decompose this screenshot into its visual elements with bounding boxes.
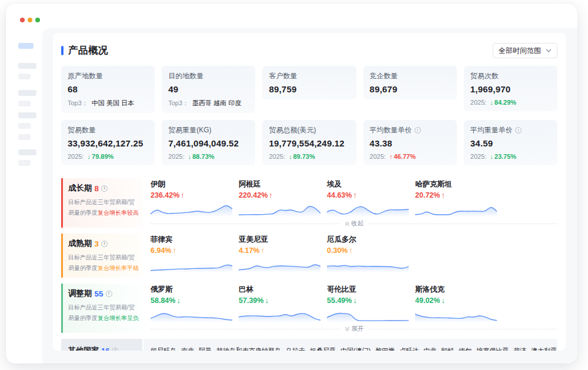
sidebar-item[interactable] <box>18 74 31 79</box>
expand-toggle[interactable]: 展开 <box>340 325 369 333</box>
country-trend: 20.72%↑ <box>415 191 445 199</box>
sidebar-item[interactable] <box>18 134 31 140</box>
stat-card-trade-weight: 贸易重量(KG) 7,461,094,049.52 2025:↓88.73% <box>162 120 255 165</box>
country-block: 哈萨克斯坦 20.72%↑ <box>415 179 497 217</box>
section-label: 成熟期 3 i 目标产品近三年贸易额/贸易量的季度复合增长率平稳 <box>61 234 142 278</box>
sidebar-item[interactable] <box>18 160 31 166</box>
top3-value: 中国 美国 日本 <box>92 99 134 108</box>
sidebar-item[interactable] <box>18 149 36 155</box>
country-name: 亚美尼亚 <box>239 235 321 245</box>
window-controls <box>20 18 40 22</box>
section-count: 8 <box>95 184 99 193</box>
trend-arrow-icon: ↑ <box>389 153 393 160</box>
country-tag: 黎巴嫩 <box>375 346 395 351</box>
info-icon[interactable]: i <box>101 185 108 192</box>
trend-value: 55.49% <box>327 296 352 305</box>
trend-badge: ↓88.73% <box>188 153 215 160</box>
sparkline-chart <box>415 307 497 322</box>
stat-label: 平均数量单价 <box>370 125 412 135</box>
year-label: 2025: <box>68 153 84 160</box>
toggle-label: 展开 <box>352 325 364 333</box>
country-tag: 埃塞俄比亚 <box>476 346 509 351</box>
country-name: 阿根廷 <box>239 179 321 189</box>
card-header: 产品概况 全部时间范围 <box>61 42 557 59</box>
section-name: 调整期 <box>68 288 92 299</box>
info-icon[interactable]: i <box>415 127 421 134</box>
trend-arrow-icon: ↑ <box>269 191 272 199</box>
stat-card-competitor-count: 竞企数量 89,679 <box>363 66 457 99</box>
trend-badge: ↓79.89% <box>88 153 114 160</box>
trend-value: 0.30% <box>327 246 348 255</box>
country-name: 伊朗 <box>151 179 233 189</box>
sparkline-chart <box>151 202 232 217</box>
trend-arrow-icon: ↓ <box>176 296 180 305</box>
trend-arrow-icon: ↑ <box>441 191 445 199</box>
section-content: 俄罗斯 58.84%↓ 巴林 57.39%↓ 哥伦比亚 <box>142 284 557 333</box>
trend-arrow-icon: ↓ <box>441 296 445 305</box>
trend-arrow-icon: ↓ <box>490 99 493 106</box>
info-icon[interactable]: i <box>106 291 112 297</box>
year-label: 2025: <box>470 153 487 160</box>
section-growth: 成长期 8 i 目标产品近三年贸易额/贸易量的季度复合增长率较高 伊朗 236.… <box>61 178 557 228</box>
sidebar-item[interactable] <box>18 101 31 106</box>
section-adjust: 调整期 55 i 目标产品近三年贸易额/贸易量的季度复合增长率呈负 俄罗斯 58… <box>61 284 557 333</box>
trend-value: 220.42% <box>239 191 268 199</box>
time-range-select[interactable]: 全部时间范围 <box>493 43 557 58</box>
trend-value: 46.77% <box>394 153 416 160</box>
stat-value: 7,461,094,049.52 <box>168 138 249 148</box>
other-countries-list: 留尼旺岛 南非 阿曼 赫德岛和麦克唐纳群岛 乌拉圭 坦桑尼亚 中国(澳门) 黎巴… <box>143 339 557 351</box>
sparkline-chart <box>151 307 232 322</box>
section-count: 16 <box>101 346 109 351</box>
stat-card-trade-amount: 贸易总额(美元) 19,779,554,249.12 2025:↓89.73% <box>262 120 356 165</box>
minimize-button[interactable] <box>28 18 32 22</box>
trend-arrow-icon: ↓ <box>88 153 91 160</box>
main-panel: 产品概况 全部时间范围 原产地数量 68 Top3：中国 美国 日本 目的地数量… <box>42 28 577 364</box>
double-chevron-up-icon <box>345 221 350 226</box>
section-divider: 收起 <box>151 219 557 228</box>
sparkline-chart <box>415 202 497 217</box>
toggle-label: 收起 <box>352 219 364 228</box>
country-tag: 留尼旺岛 <box>151 346 176 351</box>
sidebar-item-active[interactable] <box>18 43 34 49</box>
trend-arrow-icon: ↑ <box>260 246 264 255</box>
top3-label: Top3： <box>168 99 189 108</box>
section-mature: 成熟期 3 i 目标产品近三年贸易额/贸易量的季度复合增长率平稳 菲律宾 6.9… <box>61 234 557 278</box>
country-trend: 55.49%↓ <box>327 296 357 305</box>
section-description: 目标产品近三年贸易额/贸易量的季度复合增长率平稳 <box>68 252 139 273</box>
trend-badge: ↓23.75% <box>490 153 516 160</box>
stat-label: 竞企数量 <box>370 71 450 81</box>
sparkline-chart <box>327 257 409 272</box>
country-tag: 赫德岛和麦克唐纳群岛 <box>216 346 281 351</box>
stat-card-destination-count: 目的地数量 49 Top3：墨西哥 越南 印度 <box>162 66 255 113</box>
country-tag: 缅甸 <box>459 346 472 351</box>
top3-label: Top3： <box>68 99 88 108</box>
section-description: 目标产品近三年贸易额/贸易量的季度复合增长率呈负 <box>68 302 139 323</box>
maximize-button[interactable] <box>35 18 40 22</box>
trend-value: 49.02% <box>415 296 440 305</box>
section-content: 菲律宾 6.94%↑ 亚美尼亚 4.17%↑ 厄瓜多尔 <box>142 234 557 278</box>
trend-value: 58.84% <box>151 296 175 305</box>
collapse-toggle[interactable]: 收起 <box>340 219 369 228</box>
country-trend: 44.63%↑ <box>327 191 357 199</box>
country-trend: 236.42%↑ <box>151 191 185 199</box>
info-icon[interactable]: i <box>515 127 522 134</box>
trend-value: 23.75% <box>495 153 516 160</box>
section-label: 其他国家 16 i <box>61 339 142 351</box>
sparkline-chart <box>327 202 409 217</box>
info-icon[interactable]: i <box>101 241 108 247</box>
trend-value: 89.73% <box>293 153 315 160</box>
country-block: 亚美尼亚 4.17%↑ <box>239 235 321 272</box>
trend-value: 4.17% <box>239 246 259 255</box>
info-icon[interactable]: i <box>112 348 118 351</box>
sparkline-chart <box>151 257 232 272</box>
title-marker <box>61 46 64 55</box>
stat-card-origin-count: 原产地数量 68 Top3：中国 美国 日本 <box>61 66 155 113</box>
stat-label: 客户数量 <box>269 71 349 81</box>
close-button[interactable] <box>20 18 25 22</box>
sidebar-item[interactable] <box>18 123 31 129</box>
sidebar-item[interactable] <box>18 63 36 69</box>
sidebar-item[interactable] <box>18 112 36 118</box>
time-range-label: 全部时间范围 <box>499 46 541 56</box>
sidebar-item[interactable] <box>18 90 36 96</box>
stat-label: 贸易重量(KG) <box>168 125 249 135</box>
